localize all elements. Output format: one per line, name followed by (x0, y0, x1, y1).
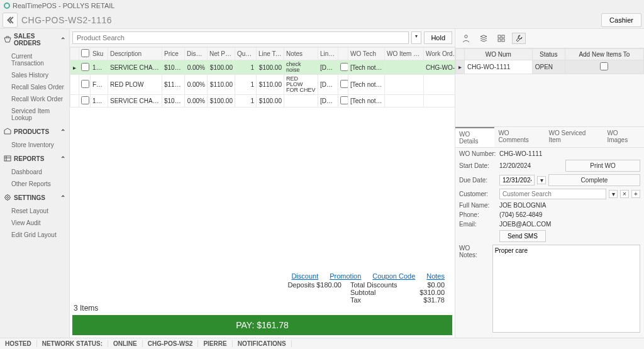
sidebar-item[interactable]: Dashboard (0, 166, 69, 178)
wo-notes-textarea[interactable] (492, 245, 640, 333)
customer-search-input[interactable] (499, 189, 606, 199)
window-title: RealTimePOS - POLLYS RETAIL (13, 2, 114, 9)
breadcrumb: CHG-POS-WS2-1116 (21, 15, 112, 25)
svg-point-1 (5, 195, 10, 200)
row-checkbox[interactable] (81, 63, 89, 71)
action-link[interactable]: Promotion (330, 272, 361, 280)
status-segment: CHG-POS-WS2 (143, 340, 199, 347)
search-dropdown[interactable]: ▾ (411, 31, 421, 44)
wo-tab[interactable]: WO Serviced Item (545, 127, 604, 147)
svg-rect-7 (502, 39, 504, 42)
sidebar-section[interactable]: SETTINGS⌃ (0, 190, 69, 205)
pay-button[interactable]: PAY: $161.78 (72, 315, 452, 335)
window-header: RealTimePOS - POLLYS RETAIL (0, 0, 644, 11)
wo-table: WO Num Status Add New Items To ▸ CHG-WO-… (455, 48, 644, 74)
sidebar-section[interactable]: SALES ORDERS⌃ (0, 29, 69, 50)
sidebar-item[interactable]: Recall Work Order (0, 93, 69, 105)
svg-rect-5 (502, 35, 504, 38)
top-bar: CHG-POS-WS2-1116 Cashier (0, 11, 644, 29)
sidebar-item[interactable]: Other Reports (0, 178, 69, 190)
status-segment: NETWORK STATUS: (37, 340, 108, 347)
sidebar-item[interactable]: Reset Layout (0, 205, 69, 217)
table-row[interactable]: 10…SERVICE CHARGE…$100…0.00% $100.001$10… (70, 95, 455, 108)
due-date-input[interactable] (499, 175, 535, 186)
wo-row[interactable]: ▸ CHG-WO-1111 OPEN (456, 60, 644, 74)
table-row[interactable]: ▸ 10…SERVICE CHARGE…$100…0.00% $100.001$… (70, 60, 455, 75)
select-all[interactable] (81, 49, 89, 57)
row-checkbox[interactable] (81, 96, 89, 104)
sidebar-item[interactable]: Recall Sales Order (0, 81, 69, 93)
due-date-picker[interactable]: ▾ (537, 176, 546, 184)
sidebar-section[interactable]: PRODUCTS⌃ (0, 124, 69, 139)
wo-col-add: Add New Items To (565, 49, 643, 60)
action-link[interactable]: Coupon Code (372, 272, 415, 280)
status-segment: ONLINE (108, 340, 143, 347)
deposits-text: Deposits $180.00 (287, 281, 341, 304)
section-icon (4, 155, 11, 162)
chevron-up-icon: ⌃ (60, 128, 65, 135)
chevron-up-icon: ⌃ (60, 155, 65, 162)
wo-tab[interactable]: WO Images (603, 127, 644, 147)
action-link[interactable]: Discount (291, 272, 318, 280)
svg-point-2 (7, 197, 9, 199)
sidebar-item[interactable]: Edit Grid Layout (0, 229, 69, 241)
items-count: 3 Items (70, 304, 455, 313)
section-icon (4, 194, 11, 201)
grid-tab-icon[interactable] (494, 33, 508, 44)
section-icon (4, 128, 11, 135)
sidebar: SALES ORDERS⌃Current TransactionSales Hi… (0, 29, 69, 338)
wo-tab[interactable]: WO Comments (494, 127, 545, 147)
status-segment: PIERRE (198, 340, 232, 347)
wo-checkbox[interactable] (340, 80, 348, 88)
svg-point-3 (465, 35, 467, 38)
sidebar-item[interactable]: Store Inventory (0, 139, 69, 151)
wo-add-checkbox[interactable] (600, 62, 608, 70)
hold-button[interactable]: Hold (424, 31, 452, 44)
customer-add[interactable]: + (631, 190, 640, 198)
status-segment: NOTIFICATIONS (233, 340, 292, 347)
customer-clear[interactable]: × (620, 190, 629, 198)
sidebar-item[interactable]: View Audit (0, 217, 69, 229)
sidebar-item[interactable]: Current Transaction (0, 50, 69, 69)
send-sms-button[interactable]: Send SMS (499, 230, 546, 242)
wo-col-num: WO Num (465, 49, 533, 60)
complete-button[interactable]: Complete (548, 174, 640, 186)
print-wo-button[interactable]: Print WO (565, 160, 640, 172)
wo-tab[interactable]: WO Details (455, 127, 494, 147)
person-tab-icon[interactable] (459, 33, 473, 44)
app-logo-icon (4, 3, 10, 9)
layers-tab-icon[interactable] (477, 33, 491, 44)
section-icon (4, 36, 11, 43)
line-items-table: SkuDescriptionPriceDisc %Net PriceQuan…L… (70, 47, 455, 108)
sidebar-item[interactable]: Serviced Item Lookup (0, 105, 69, 124)
cashier-button[interactable]: Cashier (601, 13, 641, 27)
sidebar-section[interactable]: REPORTS⌃ (0, 151, 69, 166)
table-row[interactable]: FL…RED PLOW$110…0.00% $110.001$110.00 RE… (70, 75, 455, 95)
sidebar-item[interactable]: Sales History (0, 69, 69, 81)
wo-col-status: Status (532, 49, 565, 60)
back-button[interactable] (3, 13, 18, 28)
chevron-up-icon: ⌃ (60, 36, 65, 43)
wrench-tab-icon[interactable] (512, 33, 526, 44)
chevron-up-icon: ⌃ (60, 194, 65, 201)
svg-rect-0 (4, 156, 11, 161)
action-link[interactable]: Notes (426, 272, 445, 280)
svg-rect-6 (498, 39, 501, 42)
customer-dropdown[interactable]: ▾ (609, 190, 618, 198)
svg-rect-4 (498, 35, 501, 38)
wo-checkbox[interactable] (340, 63, 348, 71)
wo-checkbox[interactable] (340, 96, 348, 104)
status-segment: HOSTED (0, 340, 37, 347)
product-search-input[interactable] (72, 31, 409, 44)
row-checkbox[interactable] (81, 80, 89, 88)
